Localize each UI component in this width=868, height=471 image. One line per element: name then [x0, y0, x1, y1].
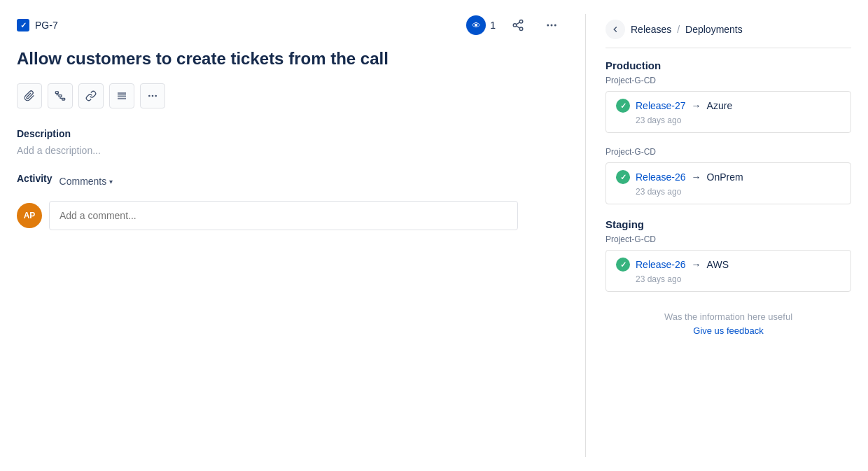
breadcrumb-separator: / — [677, 24, 682, 35]
production-section-2: Project-G-CD ✓ Release-26 → OnPrem 23 da… — [606, 147, 851, 204]
comment-input-row: AP — [17, 201, 563, 230]
success-check-icon-2: ✓ — [616, 170, 630, 184]
svg-point-7 — [554, 24, 556, 27]
description-label: Description — [17, 128, 563, 139]
ticket-id-label: PG-7 — [35, 20, 58, 31]
side-header: Releases / Deployments — [606, 20, 851, 48]
production-env-label: Production — [606, 59, 851, 71]
release-card-azure: ✓ Release-27 → Azure 23 days ago — [606, 91, 851, 133]
staging-section: Staging Project-G-CD ✓ Release-26 → AWS … — [606, 218, 851, 292]
arrow-icon-2: → — [692, 171, 701, 183]
share-button[interactable] — [507, 14, 529, 36]
attachment-button[interactable] — [17, 83, 42, 108]
release-27-link[interactable]: Release-27 — [636, 100, 686, 111]
release-target-onprem: OnPrem — [707, 171, 743, 183]
eye-icon: 👁 — [466, 15, 486, 35]
release-target-aws: AWS — [707, 259, 729, 270]
release-card-onprem: ✓ Release-26 → OnPrem 23 days ago — [606, 162, 851, 204]
svg-point-2 — [519, 27, 523, 31]
comment-input[interactable] — [49, 201, 518, 230]
release-27-time: 23 days ago — [636, 115, 841, 125]
comments-dropdown[interactable]: Comments ▾ — [59, 176, 113, 187]
comments-label: Comments — [59, 176, 107, 187]
back-button[interactable] — [606, 20, 625, 39]
activity-label: Activity — [17, 173, 52, 184]
user-avatar: AP — [17, 203, 42, 228]
arrow-icon-1: → — [692, 100, 701, 111]
breadcrumb-deployments: Deployments — [685, 24, 743, 35]
main-panel: PG-7 👁 1 — [17, 14, 585, 457]
production-project-label-2: Project-G-CD — [606, 147, 851, 157]
feedback-section: Was the information here useful Give us … — [606, 311, 851, 336]
more-options-button[interactable] — [540, 14, 563, 36]
svg-point-15 — [148, 95, 150, 97]
more-toolbar-button[interactable] — [140, 83, 165, 108]
release-26-time-2: 23 days ago — [636, 274, 841, 284]
svg-point-6 — [551, 24, 553, 27]
svg-point-16 — [152, 95, 154, 97]
top-bar: PG-7 👁 1 — [17, 14, 563, 36]
top-actions: 👁 1 — [466, 14, 563, 36]
success-check-icon-3: ✓ — [616, 258, 630, 272]
staging-env-label: Staging — [606, 218, 851, 230]
activity-section: Activity Comments ▾ AP — [17, 173, 563, 230]
svg-rect-9 — [59, 95, 62, 97]
chevron-down-icon: ▾ — [109, 178, 113, 185]
svg-line-3 — [516, 26, 519, 28]
staging-project-label: Project-G-CD — [606, 234, 851, 244]
breadcrumb: Releases / Deployments — [631, 24, 743, 35]
page-title: Allow customers to create tickets from t… — [17, 48, 563, 69]
description-placeholder[interactable]: Add a description... — [17, 145, 563, 156]
link-button[interactable] — [78, 83, 104, 108]
ticket-id: PG-7 — [17, 19, 58, 31]
hierarchy-button[interactable] — [48, 83, 73, 108]
feedback-link[interactable]: Give us feedback — [693, 325, 763, 336]
release-26-link-1[interactable]: Release-26 — [636, 171, 686, 183]
activity-header: Activity Comments ▾ — [17, 173, 563, 190]
svg-point-0 — [519, 20, 523, 24]
release-card-aws: ✓ Release-26 → AWS 23 days ago — [606, 250, 851, 292]
feedback-text: Was the information here useful — [606, 311, 851, 322]
watch-button[interactable]: 👁 1 — [466, 15, 496, 35]
svg-rect-10 — [62, 99, 65, 101]
side-panel: Releases / Deployments Production Projec… — [585, 14, 851, 457]
production-project-label-1: Project-G-CD — [606, 76, 851, 85]
breadcrumb-releases: Releases — [631, 24, 671, 35]
release-target-azure: Azure — [707, 100, 733, 111]
description-section: Description Add a description... — [17, 128, 563, 156]
toolbar — [17, 83, 563, 108]
details-button[interactable] — [109, 83, 134, 108]
svg-rect-8 — [55, 92, 58, 94]
svg-point-17 — [155, 95, 157, 97]
release-26-link-2[interactable]: Release-26 — [636, 259, 686, 270]
svg-line-4 — [516, 22, 519, 24]
success-check-icon-1: ✓ — [616, 99, 630, 113]
svg-point-1 — [513, 24, 517, 27]
production-section: Production Project-G-CD ✓ Release-27 → A… — [606, 59, 851, 133]
svg-point-5 — [547, 24, 549, 27]
arrow-icon-3: → — [692, 259, 701, 270]
ticket-checkbox-icon — [17, 19, 29, 31]
watch-count: 1 — [490, 20, 496, 31]
release-26-time-1: 23 days ago — [636, 187, 841, 197]
